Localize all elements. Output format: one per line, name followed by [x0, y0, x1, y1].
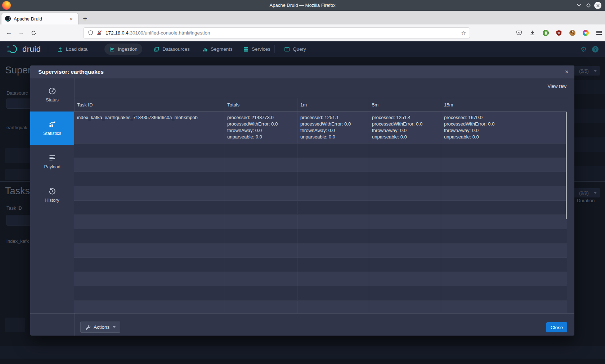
empty-cell: [74, 172, 224, 186]
align-left-icon: [48, 154, 56, 162]
tab-payload[interactable]: Payload: [30, 145, 74, 178]
tab-close-icon[interactable]: ×: [68, 16, 75, 22]
new-tab-button[interactable]: +: [80, 14, 90, 24]
back-button[interactable]: ←: [3, 24, 15, 41]
ingestion-icon: [109, 46, 115, 52]
tab-title: Apache Druid: [14, 16, 68, 22]
empty-cell: [297, 144, 369, 158]
nav-item-segments[interactable]: Segments: [197, 44, 237, 55]
color-asterisk-icon[interactable]: [582, 29, 589, 36]
dialog-title: Supervisor: earthquakes: [38, 65, 104, 78]
1m-cell: processed: 1251.1 processedWithError: 0.…: [297, 112, 369, 143]
help-icon[interactable]: ?: [592, 46, 599, 53]
nav-item-ingestion[interactable]: Ingestion: [104, 44, 142, 55]
empty-cell: [74, 229, 224, 243]
table-scrollbar-thumb[interactable]: [566, 112, 567, 219]
nav-separator: [48, 45, 48, 53]
empty-cell: [74, 301, 224, 313]
load-data-icon: [57, 46, 63, 52]
browser-tab[interactable]: Apache Druid ×: [1, 13, 79, 24]
chart-trending-icon: [48, 120, 57, 128]
empty-cell: [74, 272, 224, 286]
empty-row: [74, 186, 567, 201]
downloads-icon[interactable]: [529, 29, 535, 36]
empty-row: [74, 229, 567, 244]
empty-cell: [297, 229, 369, 243]
empty-cell: [369, 244, 441, 258]
dialog-side-tabs: Status Statistics Payload History: [30, 78, 74, 212]
minimize-button[interactable]: [574, 0, 584, 11]
empty-cell: [441, 215, 567, 229]
settings-gear-icon[interactable]: ⚙: [581, 45, 587, 54]
history-clock-icon: [48, 187, 56, 195]
nav-item-label: Datasources: [162, 46, 190, 52]
empty-row: [74, 244, 567, 258]
empty-cell: [441, 286, 567, 300]
empty-cell: [297, 258, 369, 272]
dialog-close-icon[interactable]: ×: [562, 67, 572, 77]
insecure-lock-icon[interactable]: [96, 30, 102, 36]
maximize-button[interactable]: [584, 0, 593, 11]
pocket-icon[interactable]: [516, 29, 522, 36]
close-dialog-button[interactable]: Close: [546, 322, 567, 332]
nav-separator: [274, 45, 275, 53]
empty-cell: [224, 186, 297, 200]
empty-row: [74, 301, 567, 313]
actions-label: Actions: [94, 324, 109, 330]
privacy-badger-icon[interactable]: [542, 29, 549, 36]
empty-cell: [369, 186, 441, 200]
menu-hamburger-icon[interactable]: [596, 29, 602, 36]
tab-status[interactable]: Status: [30, 78, 74, 112]
nav-item-label: Load data: [66, 46, 88, 52]
empty-row: [74, 215, 567, 229]
empty-row: [74, 286, 567, 301]
empty-row: [74, 144, 567, 158]
empty-cell: [74, 286, 224, 300]
empty-cell: [369, 215, 441, 229]
druid-brand[interactable]: druid: [6, 41, 41, 57]
tab-statistics[interactable]: Statistics: [30, 112, 74, 145]
segments-icon: [202, 46, 208, 52]
view-raw-link[interactable]: View raw: [547, 83, 566, 89]
totals-cell: processed: 2148773.0 processedWithError:…: [224, 112, 297, 143]
browser-toolbar: ← → 172.18.0.4:30109/unified-console.htm…: [0, 24, 605, 41]
bg-datasource-column: Datasourc: [6, 90, 28, 96]
empty-cell: [441, 201, 567, 215]
gauge-icon: [48, 87, 56, 95]
table-row: index_kafka_earthquakes_7184357396d6c0a_…: [74, 112, 567, 144]
empty-cell: [297, 215, 369, 229]
close-window-button[interactable]: [593, 0, 602, 11]
column-header: 5m: [369, 98, 441, 111]
reload-button[interactable]: [27, 24, 40, 41]
bookmark-star-icon[interactable]: ☆: [461, 30, 466, 36]
task-id-cell: index_kafka_earthquakes_7184357396d6c0a_…: [74, 112, 224, 143]
empty-cell: [224, 215, 297, 229]
tab-label: Statistics: [43, 131, 61, 136]
reload-icon: [31, 30, 36, 36]
tasks-heading: Tasks: [5, 186, 30, 197]
nav-item-services[interactable]: Services: [238, 44, 275, 55]
empty-cell: [297, 244, 369, 258]
maximize-diamond-icon: [586, 3, 591, 8]
actions-button[interactable]: Actions: [80, 322, 120, 333]
ublock-shield-icon[interactable]: [556, 29, 562, 36]
url-bar[interactable]: 172.18.0.4:30109/unified-console.html#in…: [83, 27, 470, 38]
forward-button[interactable]: →: [15, 24, 27, 41]
cookie-icon[interactable]: [569, 29, 575, 36]
empty-cell: [224, 172, 297, 186]
bg-task-cell: index_kafk: [6, 238, 29, 244]
bg-supervisor-cell: earthquak: [6, 125, 27, 130]
empty-cell: [441, 172, 567, 186]
query-icon: [284, 46, 290, 52]
bg-row-block: [5, 318, 25, 332]
nav-item-label: Query: [293, 46, 306, 52]
empty-cell: [297, 272, 369, 286]
empty-cell: [369, 301, 441, 313]
tab-history[interactable]: History: [30, 178, 74, 212]
column-header: 1m: [297, 98, 369, 111]
nav-item-load-data[interactable]: Load data: [53, 44, 92, 55]
nav-item-query[interactable]: Query: [279, 44, 311, 55]
tracking-shield-icon[interactable]: [88, 30, 93, 36]
druid-logo-icon: [6, 44, 19, 54]
nav-item-datasources[interactable]: Datasources: [149, 44, 194, 55]
